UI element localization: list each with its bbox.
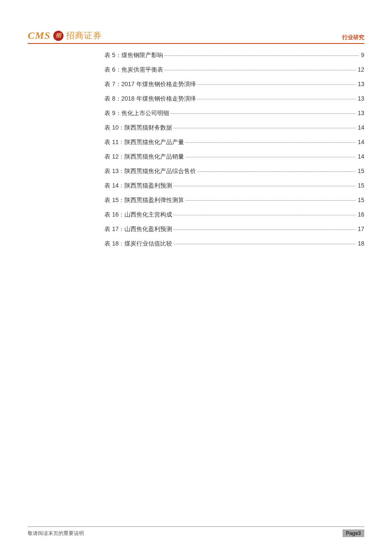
toc-entry: 表 14：陕西黑猫盈利预测 15 [104, 182, 364, 190]
toc-label: 表 7：2017 年煤焦钢价格走势演绎 [104, 81, 196, 88]
toc-page-number: 17 [357, 225, 364, 232]
page-header: CMS 招 招商证券 行业研究 [28, 30, 364, 44]
toc-leader-dots [173, 229, 355, 230]
toc-label: 表 6：焦炭供需平衡表 [104, 66, 163, 74]
toc-leader-dots [173, 215, 355, 215]
toc-leader-dots [173, 128, 355, 128]
toc-label: 表 5：煤焦钢限产影响 [104, 52, 163, 59]
toc-page-number: 14 [357, 153, 364, 160]
toc-leader-dots [173, 244, 355, 244]
toc-leader-dots [197, 99, 356, 99]
toc-entry: 表 11：陕西黑猫焦化产品产量 14 [104, 139, 364, 146]
toc-label: 表 18：煤炭行业估值比较 [104, 240, 172, 248]
toc-page-number: 14 [357, 124, 364, 131]
toc-label: 表 11：陕西黑猫焦化产品产量 [104, 139, 184, 146]
toc-page-number: 13 [357, 95, 364, 102]
toc-entry: 表 6：焦炭供需平衡表 12 [104, 66, 364, 74]
toc-leader-dots [185, 200, 355, 201]
header-category: 行业研究 [342, 34, 364, 41]
toc-leader-dots [197, 84, 356, 85]
toc-leader-dots [197, 171, 355, 172]
page-footer: 敬请阅读末页的重要说明 Page3 [28, 526, 364, 537]
toc-page-number: 13 [357, 81, 364, 87]
toc-leader-dots [170, 113, 356, 114]
toc-entry: 表 7：2017 年煤焦钢价格走势演绎 13 [104, 81, 364, 88]
toc-page-number: 13 [357, 110, 364, 116]
logo-chinese-text: 招商证券 [66, 30, 102, 41]
toc-label: 表 12：陕西黑猫焦化产品销量 [104, 153, 184, 161]
toc-entry: 表 17：山西焦化盈利预测 17 [104, 225, 364, 233]
toc-page-number: 18 [357, 240, 364, 247]
toc-entry: 表 16：山西焦化主营构成 16 [104, 211, 364, 219]
table-of-contents: 表 5：煤焦钢限产影响 9 表 6：焦炭供需平衡表 12 表 7：2017 年煤… [104, 52, 364, 248]
toc-entry: 表 13：陕西黑猫焦化产品综合售价 15 [104, 168, 364, 175]
toc-page-number: 15 [357, 197, 364, 203]
toc-label: 表 16：山西焦化主营构成 [104, 211, 172, 219]
company-logo: CMS 招 招商证券 [28, 30, 102, 41]
toc-page-number: 9 [360, 52, 364, 58]
toc-leader-dots [185, 157, 355, 157]
toc-leader-dots [185, 142, 355, 143]
toc-entry: 表 15：陕西黑猫盈利弹性测算 15 [104, 197, 364, 204]
document-page: CMS 招 招商证券 行业研究 表 5：煤焦钢限产影响 9 表 6：焦炭供需平衡… [0, 0, 392, 555]
toc-label: 表 9：焦化上市公司明细 [104, 110, 169, 117]
page-number-badge: Page3 [343, 529, 364, 537]
toc-leader-dots [164, 55, 359, 56]
toc-label: 表 17：山西焦化盈利预测 [104, 225, 172, 233]
toc-leader-dots [173, 186, 355, 186]
toc-page-number: 15 [357, 168, 364, 174]
toc-label: 表 8：2018 年煤焦钢价格走势演绎 [104, 95, 196, 103]
toc-page-number: 14 [357, 139, 364, 145]
toc-entry: 表 5：煤焦钢限产影响 9 [104, 52, 364, 59]
toc-page-number: 16 [357, 211, 364, 218]
toc-label: 表 15：陕西黑猫盈利弹性测算 [104, 197, 184, 204]
logo-cms-text: CMS [28, 30, 51, 41]
toc-entry: 表 9：焦化上市公司明细 13 [104, 110, 364, 117]
toc-label: 表 10：陕西黑猫财务数据 [104, 124, 172, 132]
toc-page-number: 12 [357, 66, 364, 73]
footer-disclaimer: 敬请阅读末页的重要说明 [28, 530, 84, 537]
toc-entry: 表 18：煤炭行业估值比较 18 [104, 240, 364, 248]
toc-label: 表 14：陕西黑猫盈利预测 [104, 182, 172, 190]
toc-entry: 表 8：2018 年煤焦钢价格走势演绎 13 [104, 95, 364, 103]
toc-entry: 表 10：陕西黑猫财务数据 14 [104, 124, 364, 132]
toc-leader-dots [164, 70, 356, 70]
logo-circle-icon: 招 [53, 31, 63, 41]
toc-label: 表 13：陕西黑猫焦化产品综合售价 [104, 168, 196, 175]
toc-page-number: 15 [357, 182, 364, 189]
toc-entry: 表 12：陕西黑猫焦化产品销量 14 [104, 153, 364, 161]
